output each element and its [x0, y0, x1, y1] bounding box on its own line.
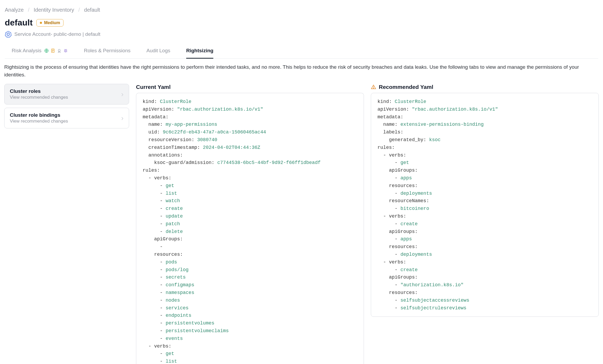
tab-risk-icons	[44, 48, 68, 53]
side-list: Cluster roles View recommended changes ›…	[4, 84, 129, 128]
breadcrumb-identity-inventory[interactable]: Identity Inventory	[34, 7, 74, 13]
page-subtitle: Service Account- public-demo | default	[14, 31, 100, 37]
tab-risk-analysis[interactable]: Risk Analysis	[12, 45, 68, 59]
breadcrumb-sep: /	[28, 7, 29, 13]
globe-icon	[44, 48, 49, 53]
svg-line-6	[7, 35, 8, 36]
breadcrumb-sep: /	[78, 7, 80, 13]
breadcrumb-analyze[interactable]: Analyze	[5, 7, 24, 13]
doc-icon	[50, 48, 55, 53]
tab-label: Rightsizing	[186, 48, 213, 54]
severity-dot-icon	[40, 22, 42, 24]
tabs: Risk Analysis Roles & Permissions Audit …	[5, 45, 598, 59]
rightsizing-description: Rightsizing is the process of ensuring t…	[0, 59, 603, 84]
tab-rightsizing[interactable]: Rightsizing	[186, 45, 213, 59]
recommended-yaml-title: Recommended Yaml	[379, 84, 433, 90]
recommended-yaml-code[interactable]: kind: ClusterRoleapiVersion: "rbac.autho…	[371, 93, 599, 317]
tab-label: Risk Analysis	[12, 48, 41, 54]
severity-label: Medium	[44, 20, 60, 25]
side-card-title: Cluster roles	[10, 88, 68, 94]
breadcrumb-current: default	[84, 7, 100, 13]
side-card-cluster-role-bindings[interactable]: Cluster role bindings View recommended c…	[4, 108, 129, 128]
chevron-right-icon: ›	[121, 115, 124, 122]
svg-line-8	[7, 33, 7, 33]
side-card-subtitle: View recommended changes	[10, 119, 68, 124]
svg-line-7	[6, 35, 7, 35]
tab-label: Roles & Permissions	[84, 48, 130, 54]
side-card-subtitle: View recommended changes	[10, 95, 68, 100]
severity-badge: Medium	[36, 19, 63, 27]
bug-icon	[63, 48, 68, 53]
current-yaml-title: Current Yaml	[136, 84, 364, 90]
kubernetes-icon	[5, 31, 12, 38]
svg-point-18	[373, 88, 374, 88]
svg-point-14	[58, 49, 60, 51]
warning-icon	[371, 84, 376, 90]
current-yaml-code[interactable]: kind: ClusterRoleapiVersion: "rbac.autho…	[136, 93, 364, 364]
svg-point-1	[7, 33, 9, 35]
tab-audit-logs[interactable]: Audit Logs	[146, 45, 170, 59]
svg-line-4	[9, 35, 10, 35]
svg-line-5	[9, 35, 9, 36]
page-title: default	[5, 18, 33, 28]
tab-label: Audit Logs	[146, 48, 170, 54]
svg-line-3	[9, 33, 10, 33]
badge-icon	[57, 48, 62, 53]
chevron-right-icon: ›	[121, 91, 124, 98]
breadcrumb: Analyze / Identity Inventory / default	[5, 7, 598, 13]
tab-roles-permissions[interactable]: Roles & Permissions	[84, 45, 130, 59]
side-card-title: Cluster role bindings	[10, 112, 68, 118]
side-card-cluster-roles[interactable]: Cluster roles View recommended changes ›	[4, 84, 129, 105]
